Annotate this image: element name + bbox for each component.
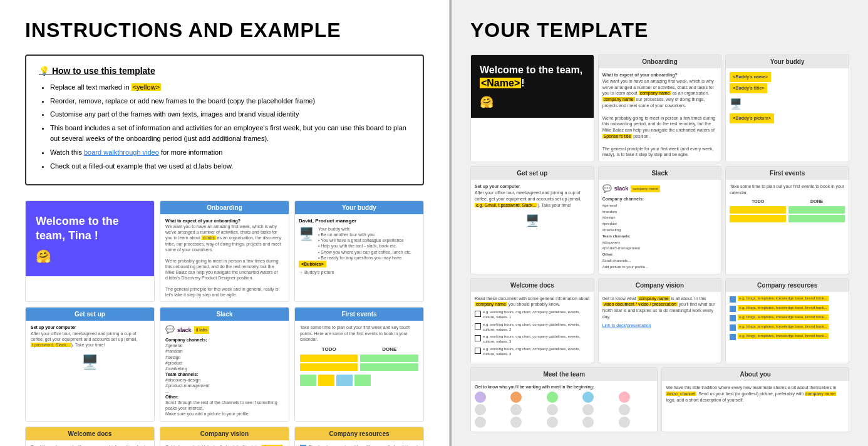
- r-doc-item-1: e.g. working hours, org chart, company g…: [475, 310, 590, 320]
- r-res-checkbox-2[interactable]: [730, 306, 736, 312]
- r-checkbox-3[interactable]: [475, 335, 481, 341]
- r-resource-3: e.g. blogs, templates, knowledge base, b…: [730, 314, 845, 321]
- r-welcome-docs-list: e.g. working hours, org chart, company g…: [475, 310, 590, 356]
- get-set-up-frame: Get set up Set up your computer After yo…: [25, 307, 155, 421]
- r-slack-frame: Slack 💬 slack company name Company chann…: [598, 166, 722, 274]
- instructions-list: Replace all text marked in <yellow> Reor…: [39, 82, 410, 172]
- r-res-checkbox-1[interactable]: [730, 296, 736, 303]
- r-first-events-body: Take some time to plan out your first ev…: [726, 180, 849, 227]
- todo-item-1: [300, 355, 358, 362]
- done-item-1: [360, 355, 418, 362]
- org-person-4: [582, 392, 594, 403]
- first-events-header: First events: [295, 308, 423, 321]
- r-company-vision-header: Company vision: [599, 279, 721, 292]
- slack-company-badge: d.labs: [194, 326, 210, 334]
- onboarding-text: What to expect of your onboarding? We wa…: [165, 218, 284, 298]
- r-resource-5: e.g. blogs, templates, knowledge base, b…: [730, 333, 845, 340]
- r-welcome-docs-body: Read these document with some general in…: [471, 292, 594, 363]
- company-vision-text: Get to know what d.labs is all about. In…: [165, 444, 284, 446]
- r-get-set-up-body: Set up your computer After your office t…: [471, 180, 594, 232]
- slack-logo-row: 💬 slack d.labs: [165, 324, 284, 335]
- r-res-checkbox-5[interactable]: [730, 334, 736, 340]
- resource-text-1: Check out our previous blogs (if you are…: [308, 444, 418, 446]
- frames-row-2: Get set up Set up your computer After yo…: [25, 307, 424, 421]
- walkthrough-link[interactable]: board walkthrough video: [84, 148, 159, 156]
- r-welcome-docs-frame: Welcome docs Read these document with so…: [470, 278, 594, 364]
- r-slack-logo-text: slack: [614, 185, 629, 193]
- org-person-12: [510, 417, 522, 428]
- r-company-highlight-1: company name: [639, 91, 671, 95]
- r-slack-icon: 💬: [602, 184, 612, 194]
- r-meet-team-frame: Meet the team Get to know who you'll be …: [470, 367, 658, 432]
- r-welcome-text: Welcome to the team, <Name>!: [480, 64, 585, 90]
- r-company-resources-frame: Company resources e.g. blogs, templates,…: [725, 278, 849, 364]
- r-buddy-illustration: 🖥️: [730, 97, 845, 111]
- company-resources-header: Company resources: [295, 427, 423, 440]
- get-set-up-text: Set up your computer After your office t…: [31, 324, 149, 347]
- slack-logo-icon: 💬: [165, 324, 175, 335]
- right-frames-row-4: Meet the team Get to know who you'll be …: [470, 367, 849, 432]
- r-res-checkbox-4[interactable]: [730, 324, 736, 331]
- r-about-you-header: About you: [662, 368, 849, 381]
- org-person-7: [510, 404, 522, 415]
- company-resources-list: Check out our previous blogs (if you are…: [300, 444, 418, 446]
- r-resource-2: e.g. blogs, templates, knowledge base, b…: [730, 305, 845, 312]
- buddy-name: David, Product manager: [299, 218, 420, 224]
- org-person-11: [475, 417, 486, 428]
- org-person-8: [547, 404, 558, 415]
- buddy-body: David, Product manager 🖥️ Your buddy wit…: [295, 214, 423, 279]
- instruction-item-4: This board includes a set of information…: [50, 123, 410, 145]
- todo-done-grid: TODO DONE: [300, 346, 418, 372]
- r-todo-title: TODO: [730, 199, 786, 205]
- company-resources-body: Check out our previous blogs (if you are…: [295, 440, 423, 446]
- r-resources-list: e.g. blogs, templates, knowledge base, b…: [730, 296, 845, 340]
- r-org-grid: [475, 392, 654, 428]
- company-vision-header: Company vision: [160, 427, 289, 440]
- r-res-text-3: e.g. blogs, templates, knowledge base, b…: [738, 314, 828, 321]
- done-title: DONE: [360, 346, 418, 353]
- r-welcome-docs-text: Read these document with some general in…: [475, 296, 590, 308]
- r-res-text-2: e.g. blogs, templates, knowledge base, b…: [738, 305, 828, 311]
- org-person-3: [547, 392, 558, 403]
- computer-illustration: 🖥️: [31, 353, 149, 372]
- r-todo-2: [730, 215, 786, 222]
- r-welcome-docs-header: Welcome docs: [471, 279, 594, 292]
- done-col: DONE: [360, 346, 418, 372]
- r-welcome-body: Welcome to the team, <Name>! 🤗: [471, 55, 594, 118]
- event-sticky-1: [300, 375, 316, 386]
- r-doc-text-2: e.g. working hours, org chart, company g…: [483, 323, 590, 333]
- r-onboarding-header: Onboarding: [599, 55, 721, 68]
- event-stickies: [300, 375, 418, 386]
- welcome-text: Welcome to the team, Tina !: [36, 214, 144, 244]
- event-sticky-2: [318, 375, 334, 386]
- right-title: YOUR TEMPLATE: [470, 19, 849, 42]
- buddy-frame: Your buddy David, Product manager 🖥️ You…: [294, 200, 424, 302]
- event-sticky-3: [336, 375, 353, 386]
- right-frames-row-2: Get set up Set up your computer After yo…: [470, 166, 849, 274]
- instruction-item-5: Watch this board walkthrough video for m…: [50, 147, 410, 158]
- r-res-checkbox-3[interactable]: [730, 315, 736, 321]
- r-vision-link[interactable]: Link to deck/presentation: [602, 323, 718, 329]
- instruction-item-2: Reorder, remove, replace or add new fram…: [50, 96, 410, 107]
- todo-title: TODO: [300, 346, 358, 353]
- r-video-highlight: video document / video / presentation: [602, 302, 678, 306]
- r-res-text-4: e.g. blogs, templates, knowledge base, b…: [738, 324, 828, 330]
- r-res-text-5: e.g. blogs, templates, knowledge base, b…: [738, 333, 828, 340]
- slack-text: Company channels: #general#random#design…: [165, 337, 284, 417]
- r-checkbox-4[interactable]: [475, 348, 481, 354]
- right-panel: YOUR TEMPLATE Welcome to the team, <Name…: [452, 0, 868, 446]
- r-done-col: DONE: [788, 199, 845, 224]
- welcome-docs-body: Read these document with some general in…: [26, 440, 154, 446]
- r-doc-item-4: e.g. working hours, org chart, company g…: [475, 347, 590, 357]
- welcome-docs-header: Welcome docs: [26, 427, 154, 440]
- r-done-2: [788, 215, 845, 222]
- r-get-set-up-header: Get set up: [471, 167, 594, 180]
- r-slack-logo-row: 💬 slack company name: [602, 184, 718, 194]
- r-todo-col: TODO: [730, 199, 786, 224]
- welcome-frame-body: Welcome to the team, Tina ! 🤗: [26, 201, 154, 276]
- instruction-item-3: Customise any part of the frames with ow…: [50, 109, 410, 120]
- r-checkbox-2[interactable]: [475, 323, 481, 329]
- frames-row-3: Welcome docs Read these document with so…: [25, 427, 424, 446]
- r-checkbox-1[interactable]: [475, 311, 481, 317]
- r-res-text-1: e.g. blogs, templates, knowledge base, b…: [738, 296, 828, 302]
